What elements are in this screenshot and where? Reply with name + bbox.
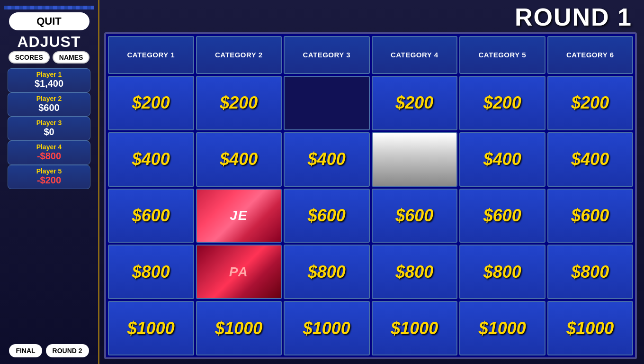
category-text-6: CATEGORY 6 <box>566 51 614 59</box>
quit-button[interactable]: QUIT <box>9 12 89 30</box>
game-board: CATEGORY 1CATEGORY 2CATEGORY 3CATEGORY 4… <box>104 32 637 359</box>
value-text-r4-c6: $800 <box>571 262 609 282</box>
sidebar: QUIT ADJUST SCORES NAMES Player 1$1,400P… <box>0 0 99 364</box>
player-card-1[interactable]: Player 1$1,400 <box>8 68 90 92</box>
value-text-r1-c5: $200 <box>483 93 521 113</box>
player-name-2: Player 2 <box>12 95 86 102</box>
category-text-1: CATEGORY 1 <box>127 51 175 59</box>
category-text-5: CATEGORY 5 <box>478 51 526 59</box>
round-title: ROUND 1 <box>104 5 637 29</box>
player-score-5: -$200 <box>12 175 86 186</box>
sidebar-top-strip <box>4 6 94 9</box>
adjust-label: ADJUST <box>17 34 80 49</box>
bottom-buttons: FINAL ROUND 2 <box>9 344 89 359</box>
value-cell-r4-c4[interactable]: $800 <box>372 245 458 299</box>
value-text-r5-c3: $1000 <box>303 318 350 338</box>
main-area: ROUND 1 CATEGORY 1CATEGORY 2CATEGORY 3CA… <box>99 0 644 364</box>
players-container: Player 1$1,400Player 2$600Player 3$0Play… <box>8 68 90 189</box>
value-text-r4-c1: $800 <box>132 262 170 282</box>
value-text-r5-c2: $1000 <box>215 318 262 338</box>
category-cell-3: CATEGORY 3 <box>284 36 370 74</box>
player-name-3: Player 3 <box>12 119 86 127</box>
value-cell-r1-c3 <box>284 76 370 130</box>
value-cell-r2-c6[interactable]: $400 <box>547 132 634 187</box>
preview-red-dark-3-1: PA <box>197 246 281 298</box>
preview-dark-1-3 <box>373 133 457 186</box>
category-cell-1: CATEGORY 1 <box>108 36 194 74</box>
value-text-r3-c1: $600 <box>132 206 170 226</box>
value-text-r2-c5: $400 <box>483 149 521 169</box>
value-text-r4-c5: $800 <box>483 262 521 282</box>
value-cell-r4-c6[interactable]: $800 <box>547 245 634 299</box>
value-text-r1-c6: $200 <box>571 93 609 113</box>
player-name-5: Player 5 <box>12 167 86 175</box>
value-cell-r5-c3[interactable]: $1000 <box>284 301 370 355</box>
value-text-r5-c1: $1000 <box>127 318 175 338</box>
value-text-r2-c2: $400 <box>220 149 258 169</box>
value-text-r1-c2: $200 <box>220 93 258 113</box>
value-text-r1-c1: $200 <box>132 93 170 113</box>
final-button[interactable]: FINAL <box>9 344 42 357</box>
value-text-r5-c4: $1000 <box>391 318 438 338</box>
category-cell-5: CATEGORY 5 <box>459 36 546 74</box>
value-text-r5-c6: $1000 <box>566 318 614 338</box>
value-text-r2-c6: $400 <box>571 149 609 169</box>
value-cell-r4-c2[interactable]: PA <box>196 245 282 299</box>
value-cell-r2-c1[interactable]: $400 <box>108 132 194 187</box>
category-text-3: CATEGORY 3 <box>303 51 350 59</box>
value-cell-r4-c5[interactable]: $800 <box>459 245 546 299</box>
value-cell-r1-c4[interactable]: $200 <box>372 76 458 130</box>
value-cell-r2-c4[interactable] <box>372 132 458 187</box>
player-card-4[interactable]: Player 4-$800 <box>8 141 90 165</box>
value-cell-r1-c2[interactable]: $200 <box>196 76 282 130</box>
value-cell-r2-c2[interactable]: $400 <box>196 132 282 187</box>
category-text-2: CATEGORY 2 <box>215 51 263 59</box>
player-card-2[interactable]: Player 2$600 <box>8 92 90 117</box>
player-name-1: Player 1 <box>12 71 86 78</box>
category-text-4: CATEGORY 4 <box>391 51 438 59</box>
value-text-r1-c4: $200 <box>395 93 433 113</box>
value-cell-r3-c4[interactable]: $600 <box>372 189 458 243</box>
control-row: SCORES NAMES <box>9 51 90 64</box>
player-score-4: -$800 <box>12 151 86 162</box>
value-text-r3-c5: $600 <box>483 206 521 226</box>
player-name-4: Player 4 <box>12 143 86 151</box>
value-text-r4-c3: $800 <box>308 262 346 282</box>
category-cell-4: CATEGORY 4 <box>372 36 458 74</box>
value-text-r5-c5: $1000 <box>479 318 526 338</box>
player-card-5[interactable]: Player 5-$200 <box>8 165 90 189</box>
player-score-2: $600 <box>12 102 86 113</box>
value-cell-r4-c1[interactable]: $800 <box>108 245 194 299</box>
value-text-r3-c3: $600 <box>308 206 346 226</box>
round2-button[interactable]: ROUND 2 <box>46 344 89 357</box>
value-cell-r4-c3[interactable]: $800 <box>284 245 370 299</box>
value-text-r3-c4: $600 <box>395 206 433 226</box>
value-cell-r5-c2[interactable]: $1000 <box>196 301 282 355</box>
value-cell-r1-c6[interactable]: $200 <box>547 76 634 130</box>
value-cell-r3-c3[interactable]: $600 <box>284 189 370 243</box>
value-cell-r3-c2[interactable]: JE <box>196 189 282 243</box>
names-button[interactable]: NAMES <box>53 51 90 64</box>
value-cell-r3-c5[interactable]: $600 <box>459 189 546 243</box>
value-cell-r5-c4[interactable]: $1000 <box>372 301 458 355</box>
value-text-r2-c1: $400 <box>132 149 170 169</box>
value-cell-r2-c5[interactable]: $400 <box>459 132 546 187</box>
value-cell-r3-c6[interactable]: $600 <box>547 189 634 243</box>
value-cell-r2-c3[interactable]: $400 <box>284 132 370 187</box>
preview-red-2-1: JE <box>197 190 281 242</box>
value-text-r4-c4: $800 <box>395 262 433 282</box>
value-cell-r1-c1[interactable]: $200 <box>108 76 194 130</box>
category-cell-2: CATEGORY 2 <box>196 36 282 74</box>
value-cell-r3-c1[interactable]: $600 <box>108 189 194 243</box>
player-card-3[interactable]: Player 3$0 <box>8 117 90 141</box>
player-score-3: $0 <box>12 127 86 137</box>
value-cell-r5-c1[interactable]: $1000 <box>108 301 194 355</box>
value-cell-r5-c6[interactable]: $1000 <box>547 301 634 355</box>
category-cell-6: CATEGORY 6 <box>547 36 634 74</box>
value-text-r2-c3: $400 <box>308 149 346 169</box>
value-cell-r5-c5[interactable]: $1000 <box>459 301 546 355</box>
player-score-1: $1,400 <box>12 78 86 89</box>
value-cell-r1-c5[interactable]: $200 <box>459 76 546 130</box>
scores-button[interactable]: SCORES <box>9 51 50 64</box>
value-text-r3-c6: $600 <box>571 206 609 226</box>
